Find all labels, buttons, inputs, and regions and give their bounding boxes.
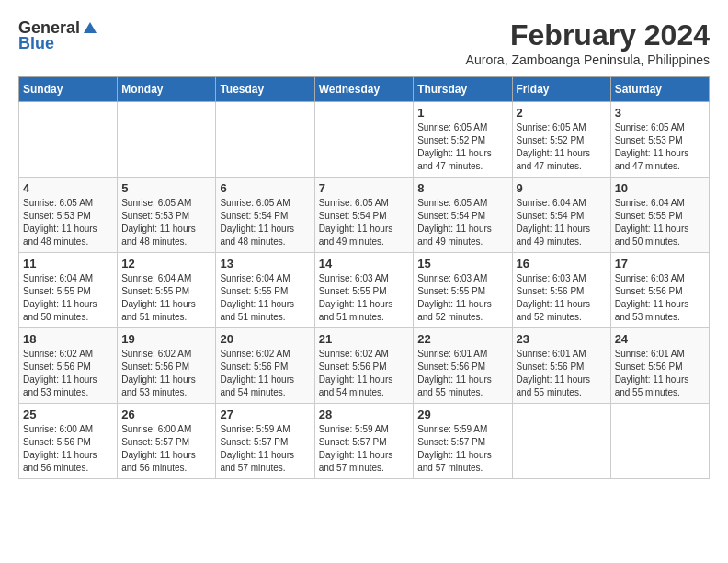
- day-cell: [118, 102, 216, 178]
- day-number: 3: [615, 106, 705, 120]
- day-info: Sunrise: 6:04 AM Sunset: 5:55 PM Dayligh…: [220, 272, 310, 324]
- day-info: Sunrise: 6:04 AM Sunset: 5:55 PM Dayligh…: [615, 197, 705, 248]
- col-header-wednesday: Wednesday: [314, 77, 414, 102]
- day-cell: 17Sunrise: 6:03 AM Sunset: 5:56 PM Dayli…: [610, 253, 709, 328]
- day-number: 11: [23, 257, 113, 270]
- day-info: Sunrise: 6:03 AM Sunset: 5:55 PM Dayligh…: [417, 272, 507, 324]
- day-cell: [512, 404, 610, 479]
- month-year: February 2024: [466, 18, 710, 52]
- logo: General Blue: [18, 18, 98, 53]
- week-row-2: 4Sunrise: 6:05 AM Sunset: 5:53 PM Daylig…: [19, 178, 710, 253]
- day-number: 17: [615, 257, 705, 270]
- day-cell: 20Sunrise: 6:02 AM Sunset: 5:56 PM Dayli…: [216, 328, 314, 404]
- day-info: Sunrise: 6:02 AM Sunset: 5:56 PM Dayligh…: [319, 348, 410, 399]
- day-number: 27: [220, 408, 310, 421]
- day-info: Sunrise: 6:00 AM Sunset: 5:57 PM Dayligh…: [121, 423, 211, 475]
- day-cell: 16Sunrise: 6:03 AM Sunset: 5:56 PM Dayli…: [512, 253, 610, 328]
- day-info: Sunrise: 6:05 AM Sunset: 5:52 PM Dayligh…: [517, 121, 607, 173]
- day-cell: 26Sunrise: 6:00 AM Sunset: 5:57 PM Dayli…: [118, 404, 216, 479]
- location: Aurora, Zamboanga Peninsula, Philippines: [466, 52, 710, 67]
- logo-icon: [82, 20, 98, 37]
- day-number: 2: [517, 106, 607, 120]
- day-number: 6: [220, 181, 310, 195]
- header: General Blue February 2024 Aurora, Zambo…: [18, 18, 710, 67]
- day-number: 16: [517, 257, 607, 270]
- day-cell: 6Sunrise: 6:05 AM Sunset: 5:54 PM Daylig…: [216, 178, 314, 253]
- day-number: 8: [417, 181, 507, 195]
- day-number: 5: [121, 181, 211, 195]
- day-cell: [19, 102, 118, 178]
- day-info: Sunrise: 6:02 AM Sunset: 5:56 PM Dayligh…: [23, 348, 113, 399]
- day-cell: 5Sunrise: 6:05 AM Sunset: 5:53 PM Daylig…: [118, 178, 216, 253]
- day-info: Sunrise: 6:03 AM Sunset: 5:55 PM Dayligh…: [319, 272, 410, 324]
- day-number: 9: [517, 181, 607, 195]
- day-info: Sunrise: 6:04 AM Sunset: 5:55 PM Dayligh…: [23, 272, 113, 324]
- col-header-friday: Friday: [512, 77, 610, 102]
- day-cell: 28Sunrise: 5:59 AM Sunset: 5:57 PM Dayli…: [314, 404, 414, 479]
- day-cell: 8Sunrise: 6:05 AM Sunset: 5:54 PM Daylig…: [414, 178, 512, 253]
- day-cell: 22Sunrise: 6:01 AM Sunset: 5:56 PM Dayli…: [414, 328, 512, 404]
- day-info: Sunrise: 6:05 AM Sunset: 5:53 PM Dayligh…: [121, 197, 211, 248]
- col-header-tuesday: Tuesday: [216, 77, 314, 102]
- day-info: Sunrise: 6:04 AM Sunset: 5:54 PM Dayligh…: [517, 197, 607, 248]
- day-cell: 24Sunrise: 6:01 AM Sunset: 5:56 PM Dayli…: [610, 328, 709, 404]
- day-number: 7: [319, 181, 410, 195]
- day-info: Sunrise: 6:05 AM Sunset: 5:54 PM Dayligh…: [319, 197, 410, 248]
- title-area: February 2024 Aurora, Zamboanga Peninsul…: [466, 18, 710, 67]
- day-cell: 25Sunrise: 6:00 AM Sunset: 5:56 PM Dayli…: [19, 404, 118, 479]
- day-info: Sunrise: 6:02 AM Sunset: 5:56 PM Dayligh…: [220, 348, 310, 399]
- day-info: Sunrise: 6:03 AM Sunset: 5:56 PM Dayligh…: [517, 272, 607, 324]
- day-cell: 11Sunrise: 6:04 AM Sunset: 5:55 PM Dayli…: [19, 253, 118, 328]
- day-number: 12: [121, 257, 211, 270]
- day-info: Sunrise: 6:02 AM Sunset: 5:56 PM Dayligh…: [121, 348, 211, 399]
- day-number: 23: [517, 332, 607, 346]
- day-number: 13: [220, 257, 310, 270]
- day-cell: 12Sunrise: 6:04 AM Sunset: 5:55 PM Dayli…: [118, 253, 216, 328]
- day-cell: 23Sunrise: 6:01 AM Sunset: 5:56 PM Dayli…: [512, 328, 610, 404]
- day-cell: 18Sunrise: 6:02 AM Sunset: 5:56 PM Dayli…: [19, 328, 118, 404]
- day-number: 28: [319, 408, 410, 421]
- day-cell: 13Sunrise: 6:04 AM Sunset: 5:55 PM Dayli…: [216, 253, 314, 328]
- day-info: Sunrise: 6:05 AM Sunset: 5:53 PM Dayligh…: [23, 197, 113, 248]
- day-number: 4: [23, 181, 113, 195]
- day-cell: 9Sunrise: 6:04 AM Sunset: 5:54 PM Daylig…: [512, 178, 610, 253]
- day-info: Sunrise: 6:03 AM Sunset: 5:56 PM Dayligh…: [615, 272, 705, 324]
- day-cell: 21Sunrise: 6:02 AM Sunset: 5:56 PM Dayli…: [314, 328, 414, 404]
- day-number: 14: [319, 257, 410, 270]
- day-number: 15: [417, 257, 507, 270]
- day-info: Sunrise: 6:05 AM Sunset: 5:52 PM Dayligh…: [417, 121, 507, 173]
- day-number: 19: [121, 332, 211, 346]
- day-info: Sunrise: 5:59 AM Sunset: 5:57 PM Dayligh…: [417, 423, 507, 475]
- day-number: 29: [417, 408, 507, 421]
- week-row-1: 1Sunrise: 6:05 AM Sunset: 5:52 PM Daylig…: [19, 102, 710, 178]
- calendar-table: SundayMondayTuesdayWednesdayThursdayFrid…: [18, 76, 710, 479]
- day-number: 18: [23, 332, 113, 346]
- day-info: Sunrise: 5:59 AM Sunset: 5:57 PM Dayligh…: [319, 423, 410, 475]
- day-info: Sunrise: 6:05 AM Sunset: 5:53 PM Dayligh…: [615, 121, 705, 173]
- day-cell: [216, 102, 314, 178]
- day-cell: [314, 102, 414, 178]
- day-cell: [610, 404, 709, 479]
- col-header-thursday: Thursday: [414, 77, 512, 102]
- day-cell: 3Sunrise: 6:05 AM Sunset: 5:53 PM Daylig…: [610, 102, 709, 178]
- day-info: Sunrise: 6:05 AM Sunset: 5:54 PM Dayligh…: [220, 197, 310, 248]
- day-cell: 4Sunrise: 6:05 AM Sunset: 5:53 PM Daylig…: [19, 178, 118, 253]
- day-cell: 15Sunrise: 6:03 AM Sunset: 5:55 PM Dayli…: [414, 253, 512, 328]
- day-info: Sunrise: 6:00 AM Sunset: 5:56 PM Dayligh…: [23, 423, 113, 475]
- day-info: Sunrise: 6:05 AM Sunset: 5:54 PM Dayligh…: [417, 197, 507, 248]
- week-row-5: 25Sunrise: 6:00 AM Sunset: 5:56 PM Dayli…: [19, 404, 710, 479]
- col-header-sunday: Sunday: [19, 77, 118, 102]
- day-cell: 1Sunrise: 6:05 AM Sunset: 5:52 PM Daylig…: [414, 102, 512, 178]
- day-cell: 7Sunrise: 6:05 AM Sunset: 5:54 PM Daylig…: [314, 178, 414, 253]
- day-cell: 14Sunrise: 6:03 AM Sunset: 5:55 PM Dayli…: [314, 253, 414, 328]
- day-info: Sunrise: 6:01 AM Sunset: 5:56 PM Dayligh…: [417, 348, 507, 399]
- day-number: 25: [23, 408, 113, 421]
- day-info: Sunrise: 5:59 AM Sunset: 5:57 PM Dayligh…: [220, 423, 310, 475]
- col-header-monday: Monday: [118, 77, 216, 102]
- week-row-3: 11Sunrise: 6:04 AM Sunset: 5:55 PM Dayli…: [19, 253, 710, 328]
- day-number: 21: [319, 332, 410, 346]
- day-number: 22: [417, 332, 507, 346]
- day-info: Sunrise: 6:04 AM Sunset: 5:55 PM Dayligh…: [121, 272, 211, 324]
- day-cell: 19Sunrise: 6:02 AM Sunset: 5:56 PM Dayli…: [118, 328, 216, 404]
- logo-blue-text: Blue: [18, 34, 54, 53]
